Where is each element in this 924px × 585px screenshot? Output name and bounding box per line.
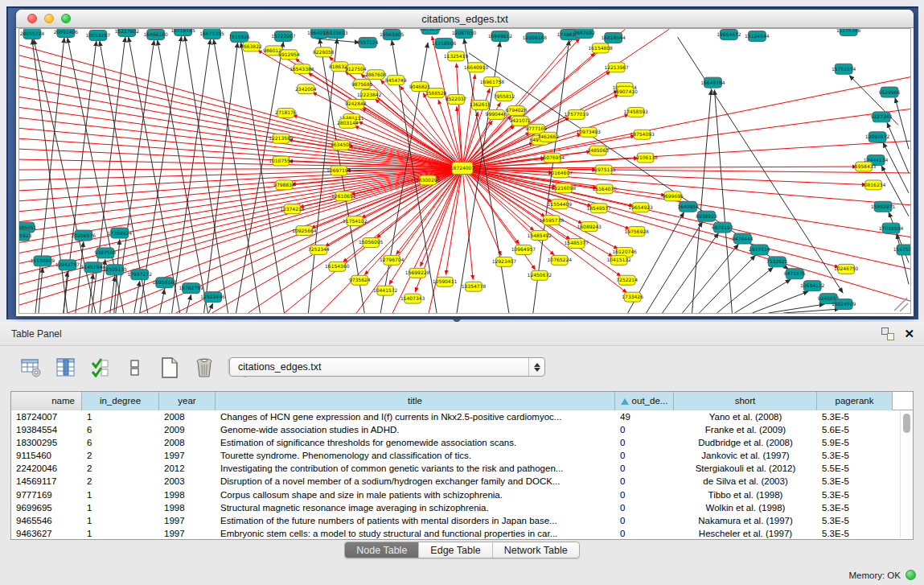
select-columns-icon[interactable]: [54, 356, 78, 380]
graph-node[interactable]: 16076954: [540, 153, 565, 163]
graph-node[interactable]: 20691406: [54, 29, 79, 37]
graph-node[interactable]: 10415132: [606, 255, 631, 265]
graph-node[interactable]: 16949612: [488, 31, 513, 41]
column-header-year[interactable]: year: [159, 392, 216, 410]
combo-stepper-icon[interactable]: [528, 358, 544, 376]
tab-edge-table[interactable]: Edge Table: [419, 542, 492, 558]
graph-node[interactable]: 7532621: [766, 257, 788, 267]
column-header-short[interactable]: short: [674, 392, 817, 410]
graph-node[interactable]: 8471676: [784, 269, 806, 279]
graph-node[interactable]: 7252344: [308, 245, 330, 254]
graph-node[interactable]: 7663822: [240, 42, 262, 51]
graph-node[interactable]: 9699695: [662, 192, 684, 201]
graph-node[interactable]: 16033803: [323, 29, 348, 38]
graph-node[interactable]: 15992971: [871, 201, 896, 212]
table-row[interactable]: 977716911998Corpus callosum shape and si…: [11, 488, 913, 501]
graph-node[interactable]: 15751074: [832, 64, 856, 74]
graph-node[interactable]: 12505135: [103, 265, 128, 275]
graph-node[interactable]: 18724007: [450, 163, 475, 175]
graph-node[interactable]: 9634508: [331, 140, 352, 150]
graph-node[interactable]: 1362615: [470, 100, 491, 109]
graph-node[interactable]: 7462662: [537, 132, 559, 142]
graph-node[interactable]: 10024509: [832, 299, 856, 310]
graph-node[interactable]: 10653287: [86, 30, 111, 40]
graph-node[interactable]: 12923407: [492, 257, 517, 266]
graph-node[interactable]: 10925664: [292, 226, 317, 236]
graph-node[interactable]: 10107554: [269, 156, 294, 166]
graph-node[interactable]: 9421072: [510, 116, 532, 126]
table-settings-icon[interactable]: [19, 356, 43, 380]
graph-node[interactable]: 10964957: [511, 245, 536, 254]
graph-node[interactable]: 10441572: [373, 286, 398, 295]
column-header-out_de[interactable]: out_de...: [615, 392, 674, 410]
graph-node[interactable]: 19654923: [628, 203, 653, 212]
graph-node[interactable]: 14595778: [540, 216, 565, 225]
graph-node[interactable]: 8938923: [696, 211, 717, 221]
graph-node[interactable]: 15958433: [852, 162, 877, 171]
graph-node[interactable]: 7955812: [494, 92, 515, 101]
graph-node[interactable]: 15164070: [592, 184, 617, 194]
graph-node[interactable]: 10973493: [576, 127, 601, 137]
graph-node[interactable]: 11175386: [836, 29, 861, 35]
row-height-icon[interactable]: [123, 356, 147, 380]
graph-node[interactable]: 9242848: [345, 100, 367, 109]
table-row[interactable]: 1830029562008Estimation of significance …: [11, 436, 913, 449]
graph-node[interactable]: 19756928: [624, 227, 649, 237]
select-rows-icon[interactable]: [88, 356, 113, 380]
graph-node[interactable]: 17016504: [879, 223, 904, 233]
graph-node[interactable]: 8454749: [385, 76, 407, 85]
table-row[interactable]: 911546021997Tourette syndrome. Phenomeno…: [11, 449, 913, 462]
graph-node[interactable]: 2803144: [337, 118, 359, 128]
graph-node[interactable]: 12087650: [452, 29, 477, 38]
graph-node[interactable]: 16958167: [152, 278, 177, 288]
graph-node[interactable]: 9397588: [94, 248, 116, 258]
tab-node-table[interactable]: Node Table: [345, 542, 419, 558]
graph-node[interactable]: 9529966: [879, 87, 901, 97]
graph-node[interactable]: 16543388: [290, 64, 314, 74]
graph-node[interactable]: 15056095: [359, 238, 384, 248]
graph-node[interactable]: 1733426: [622, 292, 643, 302]
graph-node[interactable]: 15218506: [432, 38, 457, 48]
graph-node[interactable]: 11675322: [893, 245, 910, 255]
graph-node[interactable]: 16671355: [199, 29, 224, 39]
graph-node[interactable]: 2718176: [275, 108, 297, 117]
graph-node[interactable]: 1588520: [425, 89, 447, 98]
table-row[interactable]: 1938455462009Genome-wide association stu…: [11, 423, 913, 436]
graph-node[interactable]: 6794028: [506, 105, 528, 115]
graph-node[interactable]: 7515526: [228, 31, 250, 42]
graph-node[interactable]: 19565905: [380, 29, 405, 39]
graph-node[interactable]: 16154808: [588, 43, 613, 53]
column-header-name[interactable]: name: [11, 392, 82, 410]
graph-node[interactable]: 16640910: [464, 63, 489, 72]
graph-node[interactable]: 8226058: [313, 47, 335, 57]
graph-node[interactable]: 2687682: [573, 29, 595, 38]
table-row[interactable]: 2242004622012Investigating the contribut…: [11, 462, 913, 475]
graph-node[interactable]: 12213589: [269, 134, 294, 143]
column-header-pagerank[interactable]: pagerank: [817, 392, 893, 410]
graph-node[interactable]: 16782759: [179, 283, 203, 294]
graph-node[interactable]: 12450672: [528, 270, 552, 280]
graph-node[interactable]: 10654112: [800, 281, 825, 291]
new-file-icon[interactable]: [158, 356, 182, 380]
graph-node[interactable]: 12106138: [633, 153, 658, 163]
graph-node[interactable]: 16907410: [613, 87, 638, 97]
table-row[interactable]: 946554611997Estimation of the future num…: [11, 514, 913, 527]
graph-node[interactable]: 3915923: [19, 230, 32, 241]
graph-node[interactable]: 17458593: [623, 107, 648, 117]
graph-node[interactable]: 16818544: [601, 32, 626, 43]
graph-node[interactable]: 12796704: [380, 255, 405, 265]
graph-node[interactable]: 11156869: [31, 256, 55, 266]
float-panel-icon[interactable]: [881, 328, 894, 340]
delete-icon[interactable]: [192, 356, 216, 380]
graph-node[interactable]: 10816234: [861, 180, 886, 190]
graph-node[interactable]: 10719185: [170, 29, 195, 35]
graph-node[interactable]: 9798834: [273, 180, 295, 190]
graph-node[interactable]: 16648784: [700, 77, 725, 88]
graph-node[interactable]: 15124544: [745, 31, 770, 41]
graph-node[interactable]: 12942757: [55, 260, 80, 270]
graph-node[interactable]: 9735624: [349, 275, 371, 285]
graph-node[interactable]: 2935114: [749, 245, 770, 255]
graph-node[interactable]: 11407343: [400, 294, 425, 303]
graph-svg[interactable]: 2405572420691406106532871522760216466160…: [19, 29, 910, 313]
graph-node[interactable]: 12374218: [280, 204, 305, 214]
